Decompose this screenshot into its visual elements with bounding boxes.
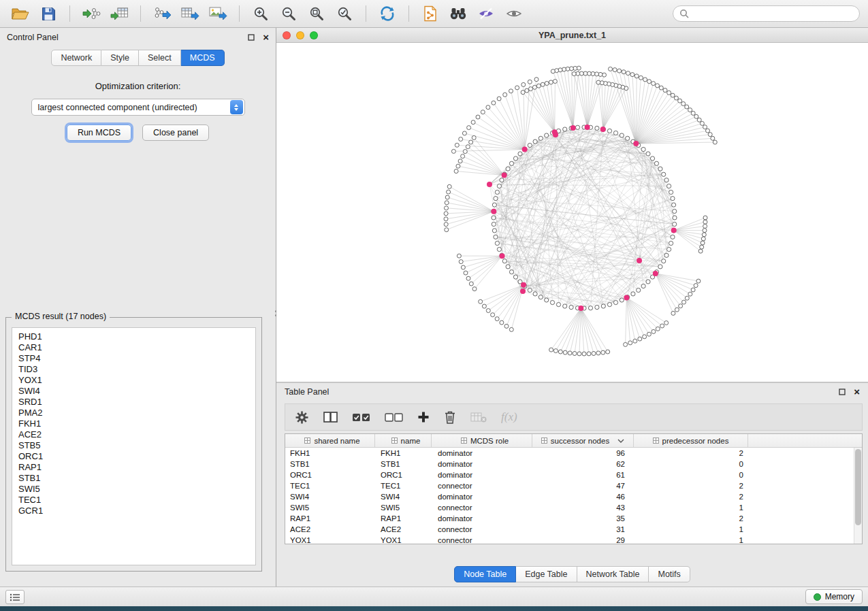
network-node[interactable]	[476, 115, 480, 119]
network-node[interactable]	[491, 313, 495, 317]
mcds-result-item[interactable]: SRD1	[18, 397, 255, 408]
network-node[interactable]	[703, 229, 707, 233]
mcds-result-item[interactable]: GCR1	[18, 506, 255, 516]
dominator-node[interactable]	[578, 306, 583, 311]
network-node[interactable]	[602, 73, 607, 77]
mcds-result-item[interactable]: STP4	[18, 353, 255, 364]
network-node[interactable]	[502, 259, 507, 263]
column-header-predecessor-nodes[interactable]: predecessor nodes	[634, 434, 748, 447]
zoom-selected-button[interactable]	[332, 3, 357, 24]
network-node[interactable]	[637, 288, 641, 292]
network-node[interactable]	[551, 69, 555, 73]
network-node[interactable]	[528, 80, 532, 84]
network-node[interactable]	[630, 73, 634, 77]
network-node[interactable]	[457, 254, 461, 258]
network-node[interactable]	[669, 241, 673, 245]
column-header-successor-nodes[interactable]: successor nodes	[532, 434, 634, 447]
network-node[interactable]	[673, 209, 677, 213]
network-node[interactable]	[673, 222, 677, 226]
network-node[interactable]	[456, 164, 460, 168]
network-node[interactable]	[703, 125, 707, 129]
network-node[interactable]	[464, 271, 468, 275]
export-image-button[interactable]	[206, 3, 230, 24]
dominator-node[interactable]	[487, 182, 492, 187]
network-node[interactable]	[563, 350, 567, 354]
network-node[interactable]	[525, 88, 529, 93]
network-node[interactable]	[521, 82, 526, 86]
network-node[interactable]	[622, 70, 626, 74]
network-node[interactable]	[609, 67, 613, 71]
network-node[interactable]	[634, 74, 639, 78]
dominator-node[interactable]	[600, 127, 606, 132]
network-node[interactable]	[691, 111, 695, 115]
network-node[interactable]	[596, 80, 600, 84]
network-node[interactable]	[469, 140, 473, 144]
network-node[interactable]	[697, 118, 701, 122]
save-session-button[interactable]	[36, 3, 61, 24]
network-node[interactable]	[685, 296, 689, 300]
network-node[interactable]	[656, 327, 660, 331]
mcds-result-item[interactable]: FKH1	[18, 418, 255, 429]
network-window-titlebar[interactable]: YPA_prune.txt_1	[276, 28, 868, 43]
network-node[interactable]	[569, 306, 573, 310]
mcds-result-item[interactable]: SWI4	[18, 386, 255, 397]
scrollbar-thumb[interactable]	[855, 449, 861, 525]
network-node[interactable]	[643, 335, 647, 339]
network-node[interactable]	[708, 133, 712, 137]
network-node[interactable]	[696, 279, 701, 283]
import-network-button[interactable]	[79, 3, 103, 24]
network-node[interactable]	[582, 352, 586, 356]
tab-motifs[interactable]: Motifs	[649, 566, 690, 582]
network-node[interactable]	[587, 352, 591, 356]
zoom-fit-button[interactable]	[304, 3, 329, 24]
refresh-layout-button[interactable]	[375, 3, 400, 24]
mcds-result-item[interactable]: ACE2	[18, 429, 255, 440]
search-box[interactable]	[673, 5, 860, 22]
network-node[interactable]	[539, 136, 543, 140]
delete-table-button[interactable]	[470, 412, 487, 423]
network-node[interactable]	[445, 195, 449, 199]
network-node[interactable]	[572, 72, 576, 76]
network-node[interactable]	[528, 288, 532, 292]
mcds-result-item[interactable]: PMA2	[18, 408, 255, 418]
mcds-result-item[interactable]: SWI5	[18, 484, 255, 495]
network-node[interactable]	[529, 87, 533, 91]
network-node[interactable]	[573, 352, 577, 356]
network-node[interactable]	[568, 351, 572, 355]
network-node[interactable]	[626, 71, 630, 76]
table-settings-button[interactable]	[295, 410, 309, 425]
mcds-result-item[interactable]: TEC1	[18, 495, 255, 506]
network-node[interactable]	[660, 324, 664, 328]
network-node[interactable]	[658, 265, 662, 269]
network-node[interactable]	[492, 222, 496, 226]
sort-chevron-icon[interactable]	[617, 439, 624, 443]
dominator-node[interactable]	[491, 209, 496, 214]
network-node[interactable]	[479, 299, 483, 303]
network-node[interactable]	[671, 197, 675, 201]
network-node[interactable]	[667, 90, 671, 95]
clone-network-button[interactable]	[418, 3, 443, 24]
network-node[interactable]	[650, 156, 654, 161]
close-panel-icon[interactable]: ×	[263, 34, 269, 41]
search-input[interactable]	[693, 9, 853, 18]
network-node[interactable]	[662, 259, 666, 263]
network-node[interactable]	[472, 135, 476, 139]
find-button[interactable]	[446, 3, 470, 24]
network-node[interactable]	[595, 306, 599, 310]
network-node[interactable]	[671, 93, 675, 97]
network-node[interactable]	[444, 222, 448, 227]
network-node[interactable]	[549, 348, 553, 352]
network-node[interactable]	[459, 260, 463, 264]
network-node[interactable]	[445, 201, 449, 205]
network-node[interactable]	[647, 80, 652, 84]
network-node[interactable]	[482, 304, 486, 308]
network-node[interactable]	[461, 154, 465, 159]
dominator-node[interactable]	[624, 295, 629, 300]
show-all-button[interactable]	[502, 3, 526, 24]
network-node[interactable]	[534, 78, 539, 82]
network-node[interactable]	[553, 80, 557, 84]
tab-network[interactable]: Network	[51, 50, 101, 66]
network-node[interactable]	[638, 337, 642, 341]
network-node[interactable]	[656, 84, 660, 88]
network-node[interactable]	[504, 324, 509, 328]
